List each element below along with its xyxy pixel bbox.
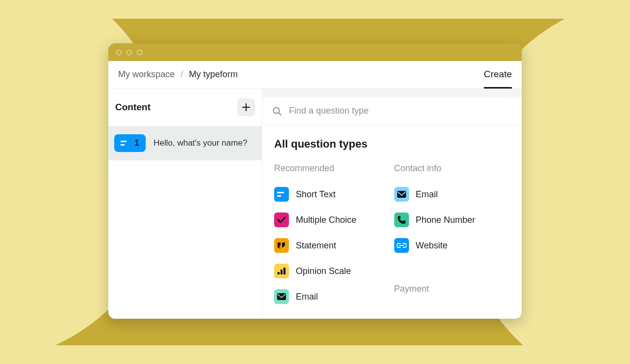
window-dot[interactable] — [126, 50, 132, 55]
bars-icon — [274, 264, 289, 278]
type-opinion-scale[interactable]: Opinion Scale — [274, 258, 390, 284]
column-title-payment: Payment — [394, 284, 510, 294]
create-tab[interactable]: Create — [484, 69, 512, 81]
type-short-text[interactable]: Short Text — [274, 182, 390, 207]
svg-rect-10 — [278, 272, 280, 274]
panel-body: All question types Recommended Short Tex… — [262, 125, 522, 314]
svg-rect-14 — [397, 191, 406, 198]
content-item-label: Hello, what's your name? — [154, 138, 247, 148]
content-item[interactable]: 1 Hello, what's your name? — [108, 126, 262, 160]
search-icon — [272, 106, 282, 116]
content-item-number: 1 — [134, 138, 139, 148]
svg-marker-9 — [282, 245, 285, 248]
svg-rect-6 — [278, 243, 281, 245]
question-type-panel: All question types Recommended Short Tex… — [262, 89, 522, 319]
mail-icon — [394, 187, 409, 202]
question-type-columns: Recommended Short Text Multiple Choic — [274, 163, 510, 309]
column-recommended: Recommended Short Text Multiple Choic — [274, 163, 390, 309]
short-text-icon — [121, 140, 129, 146]
svg-rect-8 — [282, 243, 285, 245]
svg-rect-1 — [121, 144, 125, 146]
add-content-button[interactable] — [237, 98, 255, 116]
type-label: Multiple Choice — [296, 215, 356, 225]
svg-rect-4 — [277, 192, 284, 193]
panel-title: All question types — [274, 138, 510, 151]
phone-icon — [394, 212, 409, 227]
link-icon — [394, 238, 409, 253]
type-label: Statement — [296, 241, 336, 251]
search-input[interactable] — [289, 106, 512, 116]
breadcrumb-workspace[interactable]: My workspace — [118, 69, 175, 80]
type-phone-number[interactable]: Phone Number — [394, 207, 510, 233]
svg-rect-11 — [281, 270, 283, 274]
svg-line-3 — [279, 113, 281, 115]
svg-rect-12 — [284, 268, 285, 274]
type-label: Email — [416, 189, 438, 200]
breadcrumb-current[interactable]: My typeform — [189, 69, 238, 80]
svg-rect-0 — [121, 141, 126, 142]
svg-rect-5 — [277, 195, 281, 197]
short-text-icon — [274, 187, 289, 202]
type-label: Email — [296, 292, 318, 302]
quote-icon — [274, 238, 289, 253]
mail-icon — [274, 289, 289, 304]
panel-gap — [262, 89, 522, 97]
breadcrumb-separator: / — [181, 69, 183, 80]
column-contact-info: Contact info Email Phone Number — [394, 163, 510, 309]
type-label: Opinion Scale — [296, 266, 351, 276]
plus-icon — [242, 103, 250, 111]
titlebar — [108, 43, 522, 61]
content-item-badge: 1 — [114, 134, 146, 152]
window-dot[interactable] — [137, 50, 142, 55]
svg-rect-13 — [277, 293, 286, 300]
sidebar-header: Content — [108, 89, 262, 126]
type-multiple-choice[interactable]: Multiple Choice — [274, 207, 390, 233]
content-sidebar: Content 1 Hello, what's your name? — [108, 89, 262, 319]
topbar: My workspace / My typeform Create — [108, 61, 522, 89]
type-label: Short Text — [296, 189, 336, 200]
question-type-search[interactable] — [262, 97, 522, 125]
type-website[interactable]: Website — [394, 233, 510, 258]
main-area: Content 1 Hello, what's your name? — [108, 89, 522, 319]
check-icon — [274, 212, 289, 227]
type-email[interactable]: Email — [274, 284, 390, 309]
window-dot[interactable] — [116, 50, 122, 55]
column-title: Recommended — [274, 163, 390, 174]
type-email-contact[interactable]: Email — [394, 182, 510, 207]
type-label: Phone Number — [416, 215, 475, 225]
app-window: My workspace / My typeform Create Conten… — [108, 43, 522, 319]
column-title: Contact info — [394, 163, 510, 174]
type-statement[interactable]: Statement — [274, 233, 390, 258]
sidebar-title: Content — [115, 102, 151, 113]
type-label: Website — [416, 241, 448, 251]
